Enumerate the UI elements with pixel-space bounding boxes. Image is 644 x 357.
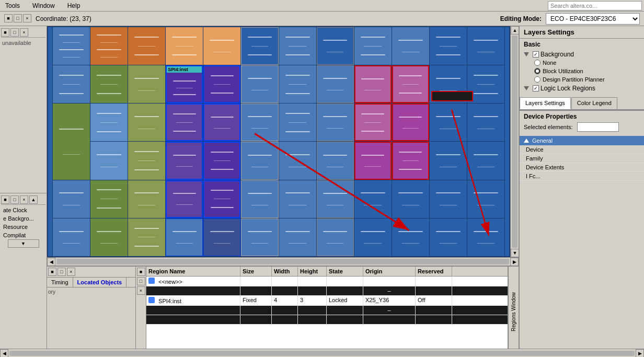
horizontal-scrollbar[interactable]: ◀ ▶ [47,257,519,266]
new-icon [148,278,155,284]
nav-item-compilat[interactable]: Compilat [1,231,45,239]
logic-lock-checkbox[interactable] [533,85,539,91]
none-option: None [524,59,640,67]
regions-table-header: Region Name Size Width Height State Orig… [146,267,508,277]
nav-items: ate Clock e Backgro... Resource Compilat [1,206,45,239]
scroll-thumb-h[interactable] [56,259,509,264]
row-new-state [327,277,363,286]
menu-window[interactable]: Window [29,1,58,10]
logic-lock-expand-icon[interactable] [524,86,529,90]
left-panel-float[interactable]: □ [10,28,19,37]
col-size: Size [240,267,272,276]
background-checkbox[interactable] [533,51,539,57]
basic-section: Basic Background None Block Utilization … [520,39,644,95]
bottom-left-panel-pin[interactable]: ■ [48,268,56,276]
left-panel-bottom: ■ □ × ▲ ate Clock e Backgro... Resource … [0,193,47,357]
bottom-left-float[interactable]: □ [10,195,19,204]
table-row-new[interactable]: <<new>> [146,277,508,286]
tab-timing[interactable]: Timing [47,278,73,287]
basic-title: Basic [524,41,640,48]
nav-item-resource[interactable]: Resource [1,223,45,231]
panel-float-btn[interactable]: □ [14,14,22,22]
design-partition-radio[interactable] [534,76,540,83]
tab-color-legend[interactable]: Color Legend [571,97,617,109]
block-util-radio[interactable] [534,68,540,74]
prop-device-extents[interactable]: Device Extents [520,163,644,172]
bottom-left-panel-float[interactable]: □ [58,268,66,276]
regions-float-btn[interactable]: □ [137,277,145,285]
selected-elements-label: Selected elements: [524,124,573,130]
editing-mode-select[interactable]: ECO - EP4CE30F23C6 [546,13,640,25]
bottom-left-header: ■ □ × [47,267,135,278]
tab-located-objects[interactable]: Located Objects [73,278,127,287]
bottom-left-panel-close[interactable]: × [67,268,75,276]
row-new-width [272,277,298,286]
nav-item-clock[interactable]: ate Clock [1,206,45,214]
scroll-left-btn[interactable]: ◀ [47,258,55,266]
col-state: State [327,267,363,276]
table-row-spi[interactable]: SPI4:inst Fixed 4 3 Locked X25_Y36 Off [146,296,508,306]
unavailable-text: unavailable [1,39,45,47]
row-new-height [298,277,327,286]
background-expand-icon[interactable] [524,52,529,56]
col-height: Height [298,267,327,276]
left-panel-pin[interactable]: ■ [1,28,9,37]
row-spi-reserved: Off [416,296,452,305]
logic-lock-label: Logic Lock Regions [540,85,595,92]
table-row-dark1[interactable]: – [146,286,508,296]
menu-help[interactable]: Help [64,1,84,10]
table-row-dark3[interactable] [146,315,508,325]
nav-item-background[interactable]: e Backgro... [1,214,45,223]
tab-layers-settings[interactable]: Layers Settings [520,97,571,109]
scroll-right-btn[interactable]: ▶ [510,258,519,266]
regions-pin-btn[interactable]: ■ [137,268,145,276]
bottom-tabs: Timing Located Objects [47,278,135,287]
scroll-down-btn[interactable]: ▼ [511,249,519,257]
col-region-name: Region Name [146,267,240,276]
scroll-up-btn[interactable]: ▲ [511,26,519,34]
search-input[interactable] [548,1,642,10]
row-spi-height: 3 [298,296,327,305]
panel-pin-btn[interactable]: ■ [4,14,13,22]
none-label: None [543,60,556,66]
block-util-option: Block Utilization [524,67,640,75]
right-panel: Layers Settings Basic Background None Bl… [519,26,644,357]
panel-close-btn[interactable]: × [23,14,31,22]
menu-tools[interactable]: Tools [2,1,23,10]
col-reserved: Reserved [416,267,452,276]
bottom-left-pin[interactable]: ■ [1,195,9,204]
design-partition-option: Design Partition Planner [524,75,640,84]
selected-elements-row: Selected elements: [524,122,640,132]
left-panel-bottom-toolbar: ■ □ × ▲ [1,194,45,205]
spi-row-icon [148,297,155,303]
right-scroll-right[interactable]: ▶ [636,349,644,358]
left-panel-top: ■ □ × unavailable [0,26,47,193]
row-spi-state: Locked [327,296,363,305]
scroll-up-arrow[interactable]: ▲ [29,195,38,204]
row-spi-name: SPI4:inst [146,296,240,305]
left-panel: ■ □ × unavailable ■ □ × ▲ ate Clock e Ba… [0,26,47,357]
prop-lfc[interactable]: I Fc... [520,172,644,181]
none-radio[interactable] [534,60,540,66]
scroll-down-nav[interactable]: ▼ [8,239,39,248]
canvas-area[interactable]: SPI4:inst [47,26,519,257]
panel-tabs: Layers Settings Color Legend [520,97,644,110]
center-area: SPI4:inst [47,26,519,357]
row-new-name: <<new>> [146,277,240,286]
left-panel-close[interactable]: × [20,28,28,37]
left-panel-toolbar: ■ □ × [1,27,45,38]
prop-device[interactable]: Device [520,145,644,154]
selected-elements-input[interactable] [577,122,619,132]
table-row-dark2[interactable]: – [146,306,508,315]
row-spi-size: Fixed [240,296,272,305]
prop-family[interactable]: Family [520,154,644,163]
right-panel-title-text: Layers Settings [524,28,574,36]
scroll-thumb-v[interactable] [512,36,518,248]
device-props-title: Device Properties [524,113,640,120]
main-layout: ■ □ × unavailable ■ □ × ▲ ate Clock e Ba… [0,26,644,357]
general-collapse-icon[interactable] [524,139,529,143]
vertical-scrollbar[interactable]: ▲ ▼ [510,26,519,257]
regions-close-btn[interactable]: × [137,286,145,295]
bottom-left-close[interactable]: × [20,195,28,204]
right-scroll-thumb[interactable] [519,351,635,356]
